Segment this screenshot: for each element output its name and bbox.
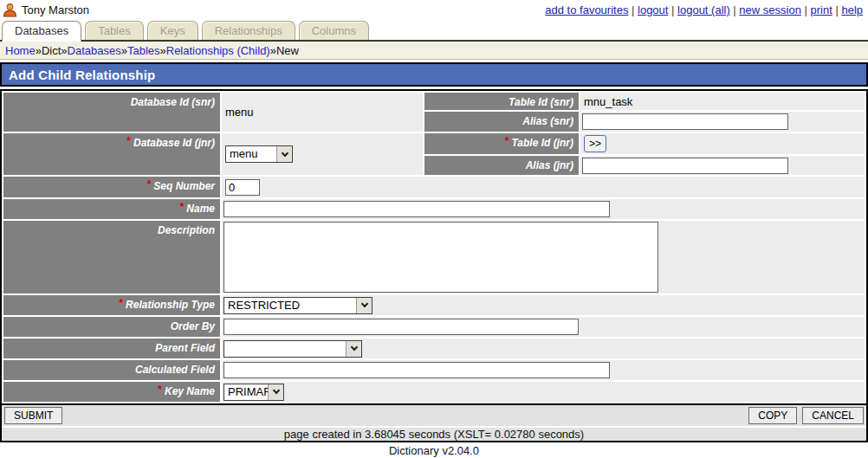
required-marker: * — [180, 201, 185, 213]
label-order-by: Order By — [3, 317, 220, 337]
header-link-new-session[interactable]: new session — [739, 3, 801, 16]
chevron-down-icon — [268, 384, 283, 400]
breadcrumb-separator: » — [270, 44, 276, 57]
chevron-down-icon — [276, 146, 292, 162]
header-link-print[interactable]: print — [811, 3, 832, 16]
link-separator: | — [730, 3, 740, 16]
label-parent-field: Parent Field — [3, 339, 220, 358]
required-marker: * — [119, 297, 123, 309]
order-by-input[interactable] — [223, 319, 579, 335]
copy-button[interactable]: COPY — [748, 407, 797, 424]
description-textarea[interactable] — [223, 222, 658, 293]
header-bar: Tony Marston add to favourites | logout … — [0, 0, 868, 19]
required-marker: * — [147, 178, 152, 190]
label-name: *Name — [3, 199, 220, 219]
label-description: Description — [3, 221, 220, 294]
key-name-select[interactable]: PRIMARY — [223, 384, 284, 401]
tab-databases[interactable]: Databases — [2, 21, 81, 42]
breadcrumb-item-databases[interactable]: Databases — [68, 44, 121, 57]
version-text: Dictionary v2.04.0 — [0, 442, 868, 457]
breadcrumb-separator: » — [160, 44, 166, 57]
breadcrumb-item-home[interactable]: Home — [5, 44, 36, 57]
link-separator: | — [628, 3, 638, 16]
chevron-down-icon — [346, 341, 361, 357]
user-icon — [3, 3, 17, 17]
breadcrumb: Home»Dict»Databases»Tables»Relationships… — [0, 42, 868, 60]
calculated-field-input[interactable] — [223, 362, 610, 378]
label-key-name: *Key Name — [3, 382, 220, 402]
required-marker: * — [126, 135, 131, 147]
button-row: SUBMIT COPY CANCEL — [2, 405, 866, 426]
table-id-snr-value: mnu_task — [580, 93, 865, 110]
label-alias-snr: Alias (snr) — [424, 112, 579, 132]
header-link-logout[interactable]: logout — [638, 3, 668, 16]
breadcrumb-item-relationships-child[interactable]: Relationships (Child) — [166, 44, 270, 57]
alias-snr-input[interactable] — [582, 113, 788, 130]
alias-jnr-input[interactable] — [582, 158, 788, 174]
user-name: Tony Marston — [22, 3, 89, 16]
footer-status: page created in 3.68045 seconds (XSLT= 0… — [2, 426, 866, 441]
label-table-id-jnr: *Table Id (jnr) — [424, 133, 579, 154]
link-separator: | — [668, 3, 677, 16]
label-table-id-snr: Table Id (snr) — [424, 93, 579, 110]
required-marker: * — [505, 135, 509, 147]
breadcrumb-item-dict: Dict — [42, 44, 61, 57]
tab-columns[interactable]: Columns — [299, 21, 369, 40]
tab-strip: DatabasesTablesKeysRelationshipsColumns — [0, 19, 868, 42]
tab-relationships[interactable]: Relationships — [202, 21, 295, 40]
link-separator: | — [801, 3, 811, 16]
breadcrumb-item-new: New — [276, 44, 299, 57]
cancel-button[interactable]: CANCEL — [802, 407, 864, 424]
title-bar: Add Child Relationship — [0, 62, 868, 87]
header-links: add to favourites | logout | logout (all… — [545, 3, 863, 16]
form-table: Database Id (snr) menu Table Id (snr) mn… — [2, 91, 866, 403]
chevron-down-icon — [356, 298, 372, 313]
header-link-logout-all[interactable]: logout (all) — [677, 3, 730, 16]
breadcrumb-separator: » — [61, 44, 67, 57]
seq-number-input[interactable] — [225, 179, 260, 196]
parent-field-select[interactable] — [223, 340, 362, 358]
header-link-help[interactable]: help — [841, 3, 863, 16]
label-database-id-jnr: *Database Id (jnr) — [3, 133, 220, 175]
form-area: Database Id (snr) menu Table Id (snr) mn… — [2, 91, 866, 405]
label-calculated-field: Calculated Field — [3, 360, 220, 380]
user-info: Tony Marston — [3, 3, 89, 17]
relationship-type-select[interactable]: RESTRICTED — [223, 297, 372, 314]
tab-keys[interactable]: Keys — [147, 21, 198, 40]
required-marker: * — [158, 384, 162, 396]
tab-tables[interactable]: Tables — [85, 21, 144, 40]
label-alias-jnr: Alias (jnr) — [424, 156, 579, 175]
label-database-id-snr: Database Id (snr) — [3, 93, 220, 132]
label-relationship-type: *Relationship Type — [3, 295, 220, 315]
breadcrumb-separator: » — [121, 44, 127, 57]
breadcrumb-separator: » — [36, 44, 42, 57]
header-link-add-to-favourites[interactable]: add to favourites — [545, 3, 628, 16]
link-separator: | — [832, 3, 842, 16]
tab-strip-underline — [0, 40, 868, 42]
submit-button[interactable]: SUBMIT — [4, 407, 62, 424]
table-id-jnr-picker-button[interactable]: >> — [584, 135, 606, 152]
database-id-snr-value: menu — [222, 93, 423, 132]
database-id-jnr-select[interactable]: menu — [225, 145, 293, 163]
breadcrumb-item-tables[interactable]: Tables — [127, 44, 160, 57]
page-title: Add Child Relationship — [9, 68, 155, 82]
main-box: Database Id (snr) menu Table Id (snr) mn… — [0, 89, 868, 442]
label-seq-number: *Seq Number — [3, 177, 220, 197]
name-input[interactable] — [223, 201, 610, 217]
